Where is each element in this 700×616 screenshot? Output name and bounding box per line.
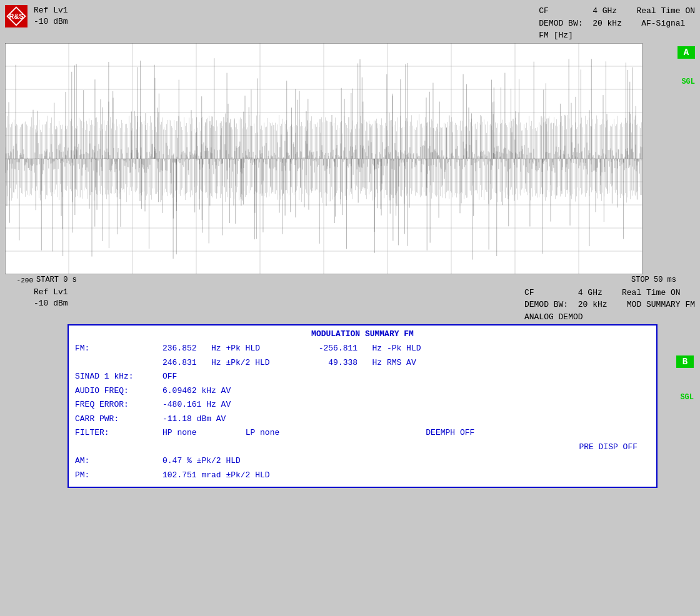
fm-hz-line: FM [Hz] bbox=[539, 29, 695, 42]
carr-pwr-value: -11.18 dBm AV bbox=[162, 413, 226, 425]
x-axis-row-1: START 0 s STOP 50 ms bbox=[36, 276, 676, 284]
pm-value: 102.751 mrad ±Pk/2 HLD bbox=[162, 469, 270, 482]
cf-value-2: 4 GHz bbox=[578, 288, 602, 297]
fm-row-2: 246.831 Hz ±Pk/2 HLD 49.338 Hz RMS AV bbox=[75, 357, 650, 369]
chart-canvas-1 bbox=[5, 43, 642, 274]
svg-text:R&S: R&S bbox=[9, 12, 24, 20]
second-header-right: CF 4 GHz Real Time ON DEMOD BW: 20 kHz M… bbox=[524, 287, 695, 324]
ref-lv2-value: -10 dBm bbox=[34, 298, 68, 309]
second-header-left: Ref Lv1 -10 dBm bbox=[5, 287, 68, 309]
demod-bw-value: 20 kHz bbox=[592, 19, 622, 28]
fm-pos-value: 236.852 Hz +Pk HLD -256.811 Hz -Pk HLD bbox=[162, 342, 421, 355]
demod-bw-label-2: DEMOD BW: bbox=[524, 300, 568, 309]
x-stop: STOP 50 ms bbox=[631, 276, 676, 284]
audio-value: 6.09462 kHz AV bbox=[162, 385, 231, 397]
deemph: DEEMPH OFF bbox=[426, 427, 474, 439]
carr-pwr-row: CARR PWR: -11.18 dBm AV bbox=[75, 413, 650, 425]
mod-summary-box: MODULATION SUMMARY FM FM: 236.852 Hz +Pk… bbox=[68, 324, 658, 488]
ref-lv1-label: Ref Lv1 bbox=[34, 5, 68, 16]
ref-lvl-block-2: Ref Lv1 -10 dBm bbox=[34, 287, 68, 309]
cf-label: CF bbox=[539, 6, 549, 16]
pm-label: PM: bbox=[75, 469, 162, 482]
demod-bw-label: DEMOD BW: bbox=[539, 19, 582, 28]
header-right: CF 4 GHz Real Time ON DEMOD BW: 20 kHz A… bbox=[539, 5, 695, 42]
logo-icon: R&S bbox=[5, 5, 28, 27]
header-top: R&S Ref Lv1 -10 dBm CF 4 GHz Real Time O… bbox=[5, 5, 695, 42]
x-start: START 0 s bbox=[36, 276, 77, 284]
ref-lv1-value: -10 dBm bbox=[34, 16, 68, 27]
badge-sgl-2: SGL bbox=[680, 393, 694, 402]
analog-demod: ANALOG DEMOD bbox=[524, 312, 583, 322]
carr-pwr-label: CARR PWR: bbox=[75, 413, 162, 425]
cf-value: 4 GHz bbox=[592, 6, 617, 16]
cf-line: CF 4 GHz Real Time ON bbox=[539, 5, 695, 17]
badge-sgl-1: SGL bbox=[681, 77, 695, 86]
filter-row: FILTER: HP none LP none DEEMPH OFF bbox=[75, 427, 650, 439]
demod-line-2: DEMOD BW: 20 kHz MOD SUMMARY FM bbox=[524, 299, 695, 311]
filter-label: FILTER: bbox=[75, 427, 162, 439]
cf-line-2: CF 4 GHz Real Time ON bbox=[524, 287, 695, 299]
fm-hz: FM [Hz] bbox=[539, 31, 573, 40]
badge-b: B bbox=[676, 355, 694, 368]
main-container: R&S Ref Lv1 -10 dBm CF 4 GHz Real Time O… bbox=[0, 0, 700, 616]
freq-err-value: -480.161 Hz AV bbox=[162, 399, 231, 411]
second-header: Ref Lv1 -10 dBm CF 4 GHz Real Time ON DE… bbox=[5, 287, 695, 324]
mod-summary-label: MOD SUMMARY FM bbox=[627, 300, 695, 309]
am-label: AM: bbox=[75, 455, 162, 467]
af-signal: AF-Signal bbox=[641, 19, 685, 28]
audio-label: AUDIO FREQ: bbox=[75, 385, 162, 397]
realtime-2: Real Time ON bbox=[622, 288, 681, 297]
badge-a: A bbox=[678, 46, 695, 59]
freq-err-label: FREQ ERROR: bbox=[75, 399, 162, 411]
sinad-row: SINAD 1 kHz: OFF bbox=[75, 370, 650, 383]
ref-lvl-block: Ref Lv1 -10 dBm bbox=[34, 5, 68, 27]
sinad-label: SINAD 1 kHz: bbox=[75, 370, 162, 383]
ref-lv2-label: Ref Lv1 bbox=[34, 287, 68, 298]
am-value: 0.47 % ±Pk/2 HLD bbox=[162, 455, 241, 467]
filter-hp: HP none bbox=[162, 427, 197, 439]
pm-row: PM: 102.751 mrad ±Pk/2 HLD bbox=[75, 469, 650, 482]
demod-bw-value-2: 20 kHz bbox=[578, 300, 608, 309]
demod-line: DEMOD BW: 20 kHz AF-Signal bbox=[539, 17, 695, 30]
y-label-n200: -200 bbox=[5, 277, 33, 284]
chart-section-1: 200 160 120 80 40 0 -40 -80 -120 -160 -2… bbox=[5, 43, 695, 284]
audio-row: AUDIO FREQ: 6.09462 kHz AV bbox=[75, 385, 650, 397]
header-left: R&S Ref Lv1 -10 dBm bbox=[5, 5, 68, 27]
fm-label: FM: bbox=[75, 342, 162, 355]
filter-lp: LP none bbox=[246, 427, 280, 439]
am-row: AM: 0.47 % ±Pk/2 HLD bbox=[75, 455, 650, 467]
sinad-value: OFF bbox=[162, 370, 177, 383]
cf-label-2: CF bbox=[524, 288, 534, 297]
pre-disp: PRE DISP OFF bbox=[579, 441, 638, 454]
mod-title: MODULATION SUMMARY FM bbox=[75, 329, 650, 339]
pre-disp-row: PRE DISP OFF bbox=[75, 441, 650, 454]
analog-demod-line: ANALOG DEMOD bbox=[524, 311, 695, 324]
realtime: Real Time ON bbox=[636, 6, 695, 16]
freq-err-row: FREQ ERROR: -480.161 Hz AV bbox=[75, 399, 650, 411]
fm-row-1: FM: 236.852 Hz +Pk HLD -256.811 Hz -Pk H… bbox=[75, 342, 650, 355]
